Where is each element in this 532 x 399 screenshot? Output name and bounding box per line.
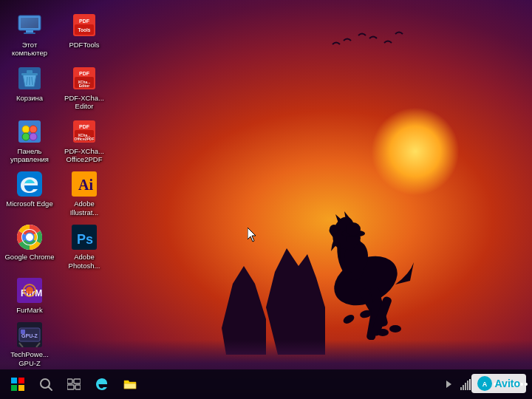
- svg-rect-81: [467, 381, 468, 390]
- avito-badge: A Avito: [471, 374, 526, 393]
- icon-row-3: Microsoft Edge Ai Adobe Illustrat...: [3, 168, 115, 219]
- icon-row-6: GPU-Z TechPowe...GPU-Z: [3, 318, 115, 370]
- svg-text:Office2PDF: Office2PDF: [75, 137, 95, 141]
- svg-rect-67: [11, 378, 17, 383]
- furmark-label: FurMark: [16, 306, 42, 314]
- icon-row-4: Google Chrome Ps Adobe Photosh...: [3, 221, 115, 273]
- svg-point-40: [30, 126, 37, 133]
- svg-rect-75: [67, 385, 74, 389]
- office2pdf-label: PDF-XCha...Office2PDF: [64, 147, 104, 164]
- svg-rect-29: [27, 70, 33, 74]
- svg-point-12: [389, 325, 401, 332]
- birds: [325, 30, 414, 59]
- svg-line-72: [49, 387, 52, 391]
- svg-rect-80: [465, 383, 466, 390]
- icons-container: Этоткомпьютер PDF Tools PDFTools: [0, 6, 118, 353]
- control-panel-label: Панель управления: [4, 147, 55, 164]
- svg-point-41: [22, 133, 30, 140]
- svg-text:Ps: Ps: [77, 232, 93, 247]
- desktop-icon-recycle-bin[interactable]: Корзина: [3, 62, 56, 114]
- svg-line-32: [32, 77, 33, 85]
- svg-rect-21: [26, 30, 33, 33]
- svg-rect-73: [67, 379, 72, 383]
- desktop-icon-control-panel[interactable]: Панель управления: [3, 115, 56, 167]
- svg-rect-74: [74, 379, 81, 383]
- desktop: Этоткомпьютер PDF Tools PDFTools: [0, 0, 532, 399]
- svg-rect-77: [124, 383, 136, 389]
- svg-point-9: [342, 313, 356, 326]
- adobe-illustrator-label: Adobe Illustrat...: [59, 200, 109, 216]
- svg-text:A: A: [482, 381, 487, 388]
- recycle-bin-label: Корзина: [16, 94, 43, 102]
- techpowerup-gpuz-label: TechPowe...GPU-Z: [10, 350, 49, 367]
- microsoft-edge-icon: [16, 171, 43, 197]
- icon-row-5: FurM FurMark: [3, 274, 115, 317]
- desktop-icon-google-chrome[interactable]: Google Chrome: [3, 221, 56, 273]
- pdf-xchange-editor-icon: PDF XCha... Editor: [71, 65, 98, 92]
- icon-row-1: Корзина PDF XCha... Editor PDF-XCha...Ed…: [3, 62, 115, 114]
- desktop-icon-office2pdf[interactable]: PDF XCha... Office2PDF PDF-XCha...Office…: [58, 115, 111, 167]
- svg-point-39: [22, 126, 30, 133]
- adobe-photoshop-label: Adobe Photosh...: [59, 253, 109, 270]
- taskbar-search-button[interactable]: [33, 371, 59, 398]
- svg-rect-70: [18, 385, 24, 391]
- desktop-icon-this-pc[interactable]: Этоткомпьютер: [3, 9, 56, 61]
- adobe-illustrator-icon: Ai: [71, 171, 98, 197]
- recycle-bin-icon: [16, 65, 43, 92]
- svg-text:PDF: PDF: [79, 71, 90, 76]
- svg-rect-68: [18, 378, 24, 383]
- taskbar: [0, 369, 532, 399]
- google-chrome-label: Google Chrome: [4, 253, 54, 261]
- svg-rect-69: [11, 385, 17, 391]
- svg-point-54: [26, 233, 33, 241]
- desktop-icon-furmark[interactable]: FurM FurMark: [3, 274, 56, 317]
- svg-text:PDF: PDF: [79, 124, 90, 129]
- google-chrome-icon: [16, 224, 43, 250]
- adobe-photoshop-icon: Ps: [71, 224, 98, 250]
- svg-rect-38: [18, 120, 41, 143]
- svg-point-16: [346, 222, 361, 236]
- svg-point-17: [330, 225, 338, 233]
- start-button[interactable]: [4, 371, 31, 398]
- microsoft-edge-label: Microsoft Edge: [6, 200, 52, 208]
- avito-text: Avito: [495, 378, 520, 389]
- svg-text:Editor: Editor: [79, 83, 89, 88]
- desktop-icon-pdf-xchange-editor[interactable]: PDF XCha... Editor PDF-XCha...Editor: [58, 62, 111, 114]
- desktop-icon-adobe-illustrator[interactable]: Ai Adobe Illustrat...: [58, 168, 111, 219]
- svg-text:Ai: Ai: [78, 177, 93, 193]
- pdf-tools-icon: PDF Tools: [71, 12, 98, 38]
- desktop-icon-techpowerup-gpuz[interactable]: GPU-Z TechPowe...GPU-Z: [3, 318, 56, 370]
- svg-point-42: [30, 133, 37, 140]
- svg-point-60: [26, 287, 33, 294]
- this-pc-label: Этоткомпьютер: [12, 41, 47, 58]
- svg-text:Tools: Tools: [78, 27, 91, 33]
- svg-rect-79: [463, 385, 464, 390]
- svg-rect-78: [460, 387, 462, 390]
- office2pdf-icon: PDF XCha... Office2PDF: [71, 118, 98, 145]
- control-panel-icon: [16, 118, 43, 145]
- desktop-icon-pdf-tools[interactable]: PDF Tools PDFTools: [58, 9, 111, 61]
- this-pc-icon: [16, 12, 43, 38]
- techpowerup-gpuz-icon: GPU-Z: [16, 321, 43, 348]
- show-hidden-icons-button[interactable]: [440, 377, 455, 392]
- desktop-icon-adobe-photoshop[interactable]: Ps Adobe Photosh...: [58, 221, 111, 273]
- task-view-button[interactable]: [61, 371, 87, 398]
- horse-rider-silhouette: [296, 177, 443, 340]
- icon-row-0: Этоткомпьютер PDF Tools PDFTools: [3, 9, 115, 61]
- pdf-tools-label: PDFTools: [69, 41, 99, 49]
- svg-line-30: [27, 77, 27, 85]
- svg-rect-76: [75, 385, 81, 389]
- icon-row-2: Панель управления PDF XCha... Office2PDF…: [3, 115, 115, 167]
- taskbar-edge-button[interactable]: [89, 371, 115, 398]
- svg-rect-82: [469, 379, 471, 390]
- svg-text:GPU-Z: GPU-Z: [21, 333, 38, 338]
- pdf-xchange-editor-label: PDF-XCha...Editor: [64, 94, 104, 111]
- svg-rect-22: [24, 33, 35, 34]
- svg-point-11: [377, 329, 389, 336]
- desktop-icon-microsoft-edge[interactable]: Microsoft Edge: [3, 168, 56, 219]
- svg-rect-20: [21, 18, 38, 28]
- avito-logo-icon: A: [477, 376, 492, 391]
- furmark-icon: FurM: [16, 277, 43, 304]
- taskbar-explorer-button[interactable]: [117, 371, 143, 398]
- svg-text:PDF: PDF: [79, 18, 90, 24]
